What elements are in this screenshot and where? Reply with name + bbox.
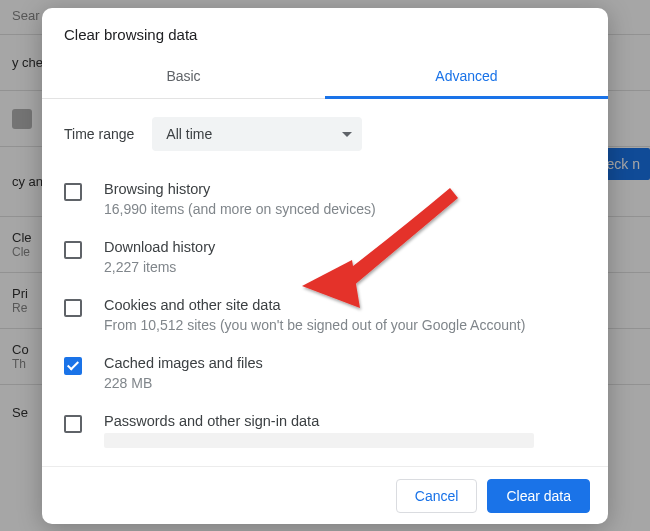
- option-passwords: Passwords and other sign-in data: [64, 413, 586, 448]
- checkbox-browsing-history[interactable]: [64, 183, 82, 201]
- dialog-title: Clear browsing data: [42, 8, 608, 53]
- checkbox-cookies[interactable]: [64, 299, 82, 317]
- time-range-select[interactable]: All time: [152, 117, 362, 151]
- option-browsing-history: Browsing history 16,990 items (and more …: [64, 181, 586, 217]
- dialog-actions: Cancel Clear data: [42, 466, 608, 524]
- option-subtext: [104, 433, 534, 448]
- checkbox-cached[interactable]: [64, 357, 82, 375]
- time-range-row: Time range All time: [64, 117, 586, 151]
- option-title: Cookies and other site data: [104, 297, 586, 313]
- option-subtext: From 10,512 sites (you won't be signed o…: [104, 317, 586, 333]
- checkbox-download-history[interactable]: [64, 241, 82, 259]
- dialog-tabs: Basic Advanced: [42, 53, 608, 99]
- tab-basic[interactable]: Basic: [42, 53, 325, 98]
- option-subtext: 16,990 items (and more on synced devices…: [104, 201, 586, 217]
- option-title: Download history: [104, 239, 586, 255]
- option-download-history: Download history 2,227 items: [64, 239, 586, 275]
- clear-data-button[interactable]: Clear data: [487, 479, 590, 513]
- time-range-label: Time range: [64, 126, 134, 142]
- option-cached: Cached images and files 228 MB: [64, 355, 586, 391]
- option-title: Passwords and other sign-in data: [104, 413, 586, 429]
- clear-browsing-data-dialog: Clear browsing data Basic Advanced Time …: [42, 8, 608, 524]
- cancel-button[interactable]: Cancel: [396, 479, 478, 513]
- option-subtext: 228 MB: [104, 375, 586, 391]
- time-range-value: All time: [166, 126, 212, 142]
- option-title: Browsing history: [104, 181, 586, 197]
- tab-advanced[interactable]: Advanced: [325, 53, 608, 98]
- option-title: Cached images and files: [104, 355, 586, 371]
- chevron-down-icon: [342, 132, 352, 137]
- option-cookies: Cookies and other site data From 10,512 …: [64, 297, 586, 333]
- option-subtext: 2,227 items: [104, 259, 586, 275]
- checkbox-passwords[interactable]: [64, 415, 82, 433]
- dialog-content-scroll[interactable]: Time range All time Browsing history 16,…: [42, 99, 608, 466]
